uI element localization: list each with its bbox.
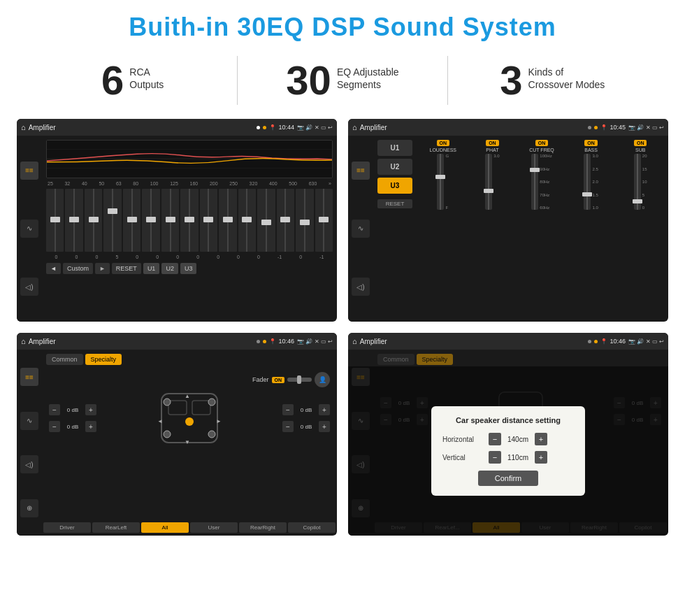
dialog-title: Car speaker distance setting bbox=[442, 416, 574, 424]
sub-slider[interactable] bbox=[634, 154, 641, 210]
u1-button[interactable]: U1 bbox=[143, 263, 160, 274]
loudness-on[interactable]: ON bbox=[437, 140, 450, 146]
phat-slider[interactable] bbox=[485, 154, 492, 210]
all-btn[interactable]: All bbox=[141, 522, 189, 533]
eq-icon-3[interactable]: ≡≡ bbox=[20, 368, 38, 386]
eq-slider-14[interactable] bbox=[315, 189, 333, 252]
eq-slider-4[interactable] bbox=[123, 189, 140, 252]
sub-on[interactable]: ON bbox=[634, 140, 647, 146]
bass-on[interactable]: ON bbox=[584, 140, 598, 146]
phat-on[interactable]: ON bbox=[486, 140, 499, 146]
status-dot-2 bbox=[263, 126, 266, 129]
bass-nums: 3.02.52.01.51.0 bbox=[592, 154, 598, 210]
home-icon-3[interactable]: ⌂ bbox=[21, 337, 26, 345]
rl-minus[interactable]: − bbox=[49, 421, 60, 432]
svg-point-7 bbox=[185, 417, 194, 426]
u3-button[interactable]: U3 bbox=[180, 263, 197, 274]
loudness-label: LOUDNESS bbox=[430, 148, 457, 152]
rr-value: 0 dB bbox=[296, 424, 317, 430]
channel-sub: ON SUB 20151050 bbox=[616, 140, 664, 317]
reset-button[interactable]: RESET bbox=[112, 263, 141, 274]
rr-plus[interactable]: + bbox=[319, 421, 330, 432]
horizontal-minus[interactable]: − bbox=[489, 433, 501, 445]
user-btn[interactable]: User bbox=[190, 522, 238, 533]
topbar-time-4: 10:46 bbox=[610, 338, 626, 345]
u2-button[interactable]: U2 bbox=[161, 263, 178, 274]
topbar-time-3: 10:46 bbox=[279, 338, 295, 345]
tab-common-3[interactable]: Common bbox=[46, 354, 83, 365]
eq-sliders bbox=[46, 189, 333, 252]
cutfreq-on[interactable]: ON bbox=[535, 140, 549, 146]
confirm-button[interactable]: Confirm bbox=[478, 471, 539, 486]
eq-slider-8[interactable] bbox=[200, 189, 217, 252]
surround-icon[interactable]: ⊕ bbox=[20, 499, 38, 517]
horizontal-label: Horizontal bbox=[442, 436, 484, 443]
eq-slider-2[interactable] bbox=[85, 189, 102, 252]
left-vol-col: − 0 dB + − 0 dB + bbox=[49, 404, 96, 432]
eq-slider-9[interactable] bbox=[219, 189, 236, 252]
driver-btn[interactable]: Driver bbox=[43, 522, 91, 533]
vertical-stepper: − 110cm + bbox=[489, 451, 547, 464]
eq-slider-11[interactable] bbox=[257, 189, 275, 252]
amp-reset-btn[interactable]: RESET bbox=[377, 199, 412, 208]
eq-slider-13[interactable] bbox=[296, 189, 313, 252]
rearright-btn[interactable]: RearRight bbox=[239, 522, 287, 533]
copilot-btn[interactable]: Copilot bbox=[288, 522, 336, 533]
eq-slider-3[interactable] bbox=[103, 189, 121, 252]
svg-text:◄: ◄ bbox=[157, 418, 163, 424]
wave-icon-2[interactable]: ∿ bbox=[352, 220, 370, 238]
tab-specialty-3[interactable]: Specialty bbox=[85, 354, 122, 365]
vertical-plus[interactable]: + bbox=[535, 451, 547, 464]
eq-slider-5[interactable] bbox=[142, 189, 159, 252]
fr-plus[interactable]: + bbox=[319, 404, 330, 415]
loudness-slider[interactable] bbox=[437, 154, 444, 210]
eq-slider-1[interactable] bbox=[65, 189, 82, 252]
home-icon[interactable]: ⌂ bbox=[21, 123, 26, 131]
profile-icon-3[interactable]: 👤 bbox=[315, 372, 330, 387]
fader-slider[interactable] bbox=[287, 378, 312, 382]
u2-btn[interactable]: U2 bbox=[377, 159, 412, 175]
speaker-main: Common Specialty Fader ON 👤 bbox=[42, 350, 337, 536]
play-button[interactable]: ► bbox=[95, 263, 110, 274]
prev-button[interactable]: ◄ bbox=[46, 263, 61, 274]
eq-slider-7[interactable] bbox=[180, 189, 198, 252]
wave-icon-3[interactable]: ∿ bbox=[20, 412, 38, 430]
home-icon-4[interactable]: ⌂ bbox=[352, 337, 357, 345]
eq-icon-2[interactable]: ≡≡ bbox=[352, 162, 370, 180]
eq-graph bbox=[46, 140, 333, 178]
speaker-icon-3[interactable]: ◁) bbox=[20, 455, 38, 473]
cutfreq-slider[interactable] bbox=[531, 154, 538, 210]
stat-crossover-text: Kinds of Crossover Modes bbox=[528, 60, 605, 91]
cutfreq-nums: 100Hz90Hz80Hz70Hz60Hz bbox=[540, 154, 551, 210]
tab-row-3: Common Specialty bbox=[46, 354, 333, 365]
eq-slider-6[interactable] bbox=[161, 189, 179, 252]
fl-minus[interactable]: − bbox=[49, 404, 60, 415]
svg-point-11 bbox=[208, 431, 215, 438]
preset-label[interactable]: Custom bbox=[63, 263, 93, 274]
eq-slider-0[interactable] bbox=[46, 189, 64, 252]
eq-slider-12[interactable] bbox=[277, 189, 294, 252]
car-svg: ▲ ▼ ◄ ► bbox=[154, 387, 224, 450]
topbar-3: ⌂ Amplifier 📍 10:46 📷 🔊 ✕ ▭ ↩ bbox=[17, 333, 337, 350]
vertical-minus[interactable]: − bbox=[489, 451, 501, 464]
rearleft-btn[interactable]: RearLeft bbox=[92, 522, 140, 533]
bass-slider[interactable] bbox=[584, 154, 591, 210]
horizontal-plus[interactable]: + bbox=[535, 433, 547, 445]
home-icon-2[interactable]: ⌂ bbox=[352, 123, 357, 131]
u3-btn[interactable]: U3 bbox=[377, 178, 412, 194]
rr-minus[interactable]: − bbox=[282, 421, 294, 432]
u1-btn[interactable]: U1 bbox=[377, 140, 412, 156]
speaker-icon-2[interactable]: ◁) bbox=[352, 278, 370, 296]
status-dot-3 bbox=[594, 126, 598, 129]
fr-minus[interactable]: − bbox=[282, 404, 294, 415]
rl-plus[interactable]: + bbox=[85, 421, 96, 432]
stat-rca-text: RCA Outputs bbox=[129, 60, 164, 91]
fader-on-badge: ON bbox=[272, 377, 285, 383]
eq-slider-10[interactable] bbox=[238, 189, 256, 252]
wave-icon[interactable]: ∿ bbox=[20, 220, 38, 238]
speaker-icon[interactable]: ◁) bbox=[20, 278, 38, 296]
status-dot-1 bbox=[257, 126, 260, 129]
fl-plus[interactable]: + bbox=[85, 404, 96, 415]
channel-phat: ON PHAT 3.0 bbox=[469, 140, 517, 317]
eq-icon[interactable]: ≡≡ bbox=[20, 162, 38, 180]
